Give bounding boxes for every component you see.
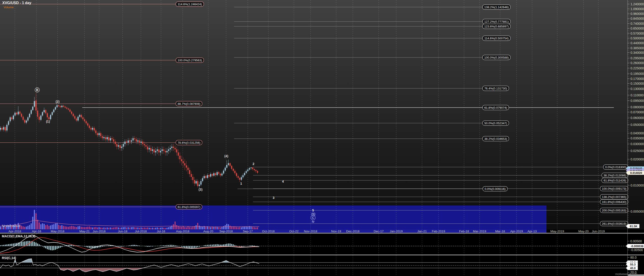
svg-text:138.2%(0.007365): 138.2%(0.007365) [602, 195, 626, 199]
price-chart-canvas[interactable]: 114.6%(1.246424)100.0%(0.279563)88.7%(0.… [0, 0, 644, 276]
time-axis[interactable]: Apr-2018Apr-16May-2018May-21Jun-2018Jun-… [0, 230, 644, 233]
svg-text:114.6%(1.246424): 114.6%(1.246424) [178, 3, 202, 6]
svg-text:Sep-17: Sep-17 [243, 230, 253, 233]
svg-text:0.014020: 0.014020 [630, 171, 642, 175]
svg-text:0.0%(0.016300): 0.0%(0.016300) [605, 166, 626, 169]
fib-retracement-gray[interactable]: 138.2%(1.142646)127.2%(0.777881)123.6%(0… [82, 5, 614, 141]
svg-text:123.6%(0.685897): 123.6%(0.685897) [484, 25, 509, 28]
svg-text:Jul-16: Jul-16 [157, 230, 165, 233]
svg-text:(1): (1) [46, 120, 50, 123]
svg-text:Jun-2019: Jun-2019 [592, 230, 605, 233]
svg-text:0.225000: 0.225000 [630, 66, 644, 70]
motivewave-logo: MotiveWave [2, 224, 20, 228]
rsi-study-label: RSI(C,14) [2, 256, 16, 260]
svg-text:61.8%(0.011426): 61.8%(0.011426) [604, 179, 626, 182]
svg-text:55.3: 55.3 [630, 263, 636, 266]
fib-retracement-pink[interactable]: 114.6%(1.246424)100.0%(0.279563)88.7%(0.… [0, 2, 204, 209]
svg-text:Feb-2019: Feb-2019 [432, 230, 445, 233]
svg-text:0.060000: 0.060000 [630, 116, 644, 120]
svg-text:May-2019: May-2019 [550, 230, 564, 233]
svg-text:0.005000: 0.005000 [630, 210, 644, 213]
svg-text:100.0%(0.279563): 100.0%(0.279563) [178, 59, 202, 62]
candlesticks [0, 93, 258, 188]
svg-text:Dec-17: Dec-17 [374, 230, 384, 233]
svg-text:Aug-20: Aug-20 [203, 230, 213, 233]
svg-text:(2): (2) [56, 100, 60, 103]
svg-text:0.040000: 0.040000 [630, 131, 644, 135]
svg-text:3: 3 [273, 196, 274, 200]
svg-text:2: 2 [252, 162, 254, 166]
svg-text:0.195000: 0.195000 [630, 72, 644, 76]
svg-text:Apr-2019: Apr-2019 [510, 230, 523, 233]
svg-text:Dec-2018: Dec-2018 [346, 230, 360, 233]
svg-text:0.170000: 0.170000 [630, 77, 644, 81]
svg-text:0.130000: 0.130000 [630, 87, 644, 91]
motivewave-site-watermark: motivewave.com [615, 272, 638, 276]
svg-text:0.845000: 0.845000 [630, 17, 644, 20]
svg-text:Feb-18: Feb-18 [459, 230, 469, 233]
svg-text:0.385000: 0.385000 [630, 46, 644, 50]
svg-text:0.030000: 0.030000 [630, 142, 644, 146]
svg-text:Apr-16: Apr-16 [32, 230, 41, 233]
svg-text:0.095000: 0.095000 [630, 99, 644, 102]
svg-text:1.090000: 1.090000 [630, 7, 644, 11]
svg-text:0.110000: 0.110000 [630, 93, 644, 97]
svg-text:0.010000: 0.010000 [630, 184, 644, 187]
svg-text:Mar-18: Mar-18 [495, 230, 505, 233]
svg-text:100.0%(0.009173): 100.0%(0.009173) [602, 187, 626, 190]
svg-text:B: B [36, 88, 38, 92]
svg-text:Jan-21: Jan-21 [417, 230, 426, 233]
svg-text:76.4%(0.131730): 76.4%(0.131730) [484, 87, 507, 90]
svg-text:0.295000: 0.295000 [630, 56, 644, 60]
svg-text:38.2%(0.034653): 38.2%(0.034653) [484, 137, 507, 141]
svg-text:0.150000: 0.150000 [630, 82, 644, 85]
svg-text:0.0%(0.009116): 0.0%(0.009116) [484, 187, 506, 191]
svg-text:127.2%(0.777881): 127.2%(0.777881) [484, 20, 509, 23]
macd-axis[interactable]: 0.00500-0.00500-0.000038 [626, 239, 644, 252]
svg-text:5: 5 [312, 208, 314, 212]
elliott-wave-labels: B(1)(2)(3)(4)12345(5)Civ [35, 88, 316, 223]
svg-text:Nov-2018: Nov-2018 [304, 230, 318, 233]
svg-text:0.570000: 0.570000 [630, 32, 644, 35]
svg-text:0.340000: 0.340000 [630, 51, 644, 54]
svg-text:Jul-2018: Jul-2018 [135, 230, 147, 233]
highlight-region [0, 206, 546, 230]
svg-text:0.020000: 0.020000 [630, 158, 644, 161]
chart-title: XVG/USD - 1 day [2, 1, 31, 5]
svg-text:Oct-22: Oct-22 [289, 230, 299, 233]
svg-text:100.0%(0.300588): 100.0%(0.300588) [484, 56, 509, 59]
svg-text:(4): (4) [224, 154, 228, 158]
volume-study-label: Volume [4, 6, 14, 9]
svg-text:0.440000: 0.440000 [630, 41, 644, 45]
svg-text:0.500000: 0.500000 [630, 36, 644, 40]
svg-text:0.035000: 0.035000 [630, 136, 644, 140]
svg-text:May-2018: May-2018 [51, 230, 64, 233]
svg-text:161.8%(0.006430): 161.8%(0.006430) [602, 200, 626, 204]
svg-text:78.6%(0.031256): 78.6%(0.031256) [178, 141, 200, 145]
svg-text:61.8%(0.005597): 61.8%(0.005597) [178, 205, 200, 209]
svg-text:1.240000: 1.240000 [630, 2, 644, 6]
svg-text:200.0%(0.005163): 200.0%(0.005163) [602, 209, 626, 212]
svg-text:138.2%(1.142646): 138.2%(1.142646) [484, 6, 509, 9]
svg-text:0.070000: 0.070000 [630, 110, 644, 114]
svg-text:Jun-18: Jun-18 [118, 230, 127, 233]
svg-text:May-21: May-21 [79, 230, 90, 233]
svg-text:0.080000: 0.080000 [630, 105, 644, 109]
svg-text:114.6%(0.500754): 114.6%(0.500754) [484, 37, 508, 40]
svg-text:261.8%(0.003619): 261.8%(0.003619) [602, 222, 626, 225]
svg-text:0.00500: 0.00500 [630, 239, 642, 243]
svg-text:0.740000: 0.740000 [630, 22, 644, 25]
svg-text:Oct-2018: Oct-2018 [262, 230, 275, 233]
svg-text:0.260000: 0.260000 [630, 61, 644, 65]
svg-text:-0.000038: -0.000038 [630, 245, 643, 248]
svg-text:(3): (3) [198, 188, 202, 191]
svg-text:May-20: May-20 [578, 230, 588, 233]
svg-text:0.960000: 0.960000 [630, 12, 644, 16]
svg-text:40.0: 40.0 [630, 267, 636, 270]
svg-text:Apr-2018: Apr-2018 [8, 230, 21, 233]
svg-text:Aug-2018: Aug-2018 [176, 230, 190, 233]
svg-text:-0.00500: -0.00500 [630, 248, 643, 252]
svg-text:Mar-2019: Mar-2019 [473, 230, 486, 233]
svg-text:80.0: 80.0 [630, 256, 636, 259]
svg-text:Jun-2018: Jun-2018 [93, 230, 106, 233]
